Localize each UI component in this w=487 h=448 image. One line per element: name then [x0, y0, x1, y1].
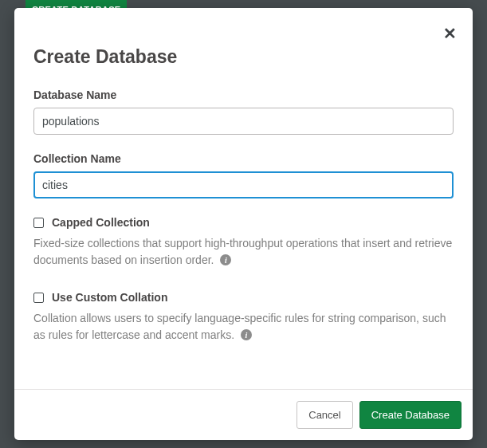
collection-name-group: Collection Name — [33, 152, 454, 198]
custom-collation-label: Use Custom Collation — [52, 291, 167, 304]
modal-body: Create Database Database Name Collection… — [14, 8, 473, 389]
modal-footer: Cancel Create Database — [14, 389, 473, 440]
database-name-group: Database Name — [33, 88, 454, 135]
create-database-button[interactable]: Create Database — [359, 401, 461, 429]
modal-title: Create Database — [33, 46, 454, 68]
collection-name-label: Collection Name — [33, 152, 454, 165]
capped-collection-label: Capped Collection — [52, 216, 150, 229]
capped-collection-checkbox[interactable] — [33, 218, 44, 228]
database-name-input[interactable] — [33, 108, 454, 135]
database-name-label: Database Name — [33, 88, 454, 101]
custom-collation-option: Use Custom Collation Collation allows us… — [33, 291, 454, 344]
create-database-modal: ✕ Create Database Database Name Collecti… — [14, 8, 473, 440]
capped-collection-option: Capped Collection Fixed-size collections… — [33, 216, 454, 269]
info-icon[interactable]: i — [220, 254, 231, 265]
close-icon[interactable]: ✕ — [443, 26, 457, 41]
capped-collection-description: Fixed-size collections that support high… — [33, 235, 454, 269]
custom-collation-checkbox[interactable] — [33, 293, 44, 303]
collection-name-input[interactable] — [33, 171, 454, 198]
cancel-button[interactable]: Cancel — [297, 401, 352, 429]
info-icon[interactable]: i — [241, 329, 252, 340]
custom-collation-description: Collation allows users to specify langua… — [33, 310, 454, 344]
